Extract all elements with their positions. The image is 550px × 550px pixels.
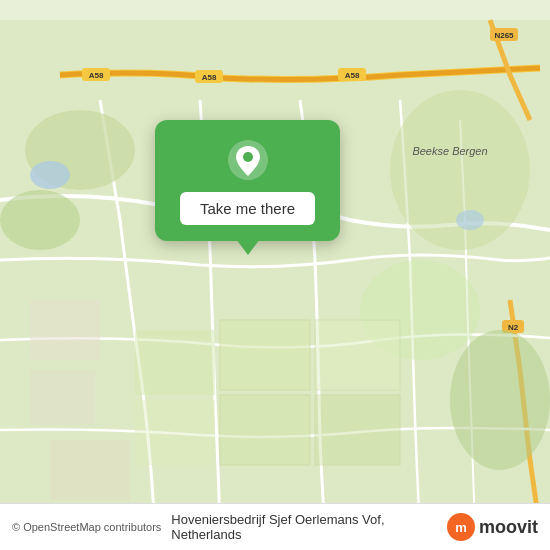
svg-text:Beekse Bergen: Beekse Bergen (412, 145, 487, 157)
svg-rect-27 (30, 370, 95, 425)
location-name: Hoveniersbedrijf Sjef Oerlemans Vof, Net… (171, 512, 437, 542)
svg-rect-21 (220, 395, 310, 465)
map-background: A58 A58 A58 N265 N2 (0, 0, 550, 550)
map-container: A58 A58 A58 N265 N2 (0, 0, 550, 550)
svg-rect-28 (50, 440, 130, 500)
svg-rect-23 (135, 330, 215, 395)
svg-text:A58: A58 (202, 73, 217, 82)
svg-rect-26 (30, 300, 100, 360)
take-me-there-button[interactable]: Take me there (180, 192, 315, 225)
svg-rect-22 (315, 395, 400, 465)
svg-rect-20 (315, 320, 400, 390)
moovit-logo: m moovit (447, 513, 538, 541)
moovit-label: moovit (479, 517, 538, 538)
osm-credit: © OpenStreetMap contributors (12, 521, 161, 533)
svg-point-31 (243, 152, 253, 162)
svg-rect-24 (135, 400, 215, 465)
popup-card: Take me there (155, 120, 340, 241)
svg-text:A58: A58 (345, 71, 360, 80)
moovit-icon: m (447, 513, 475, 541)
location-pin-icon (226, 138, 270, 182)
svg-point-13 (0, 190, 80, 250)
svg-point-18 (456, 210, 484, 230)
svg-text:N2: N2 (508, 323, 519, 332)
svg-point-17 (30, 161, 70, 189)
svg-text:N265: N265 (494, 31, 514, 40)
svg-text:A58: A58 (89, 71, 104, 80)
bottom-bar: © OpenStreetMap contributors Hoveniersbe… (0, 503, 550, 550)
svg-point-15 (450, 330, 550, 470)
svg-rect-19 (220, 320, 310, 390)
